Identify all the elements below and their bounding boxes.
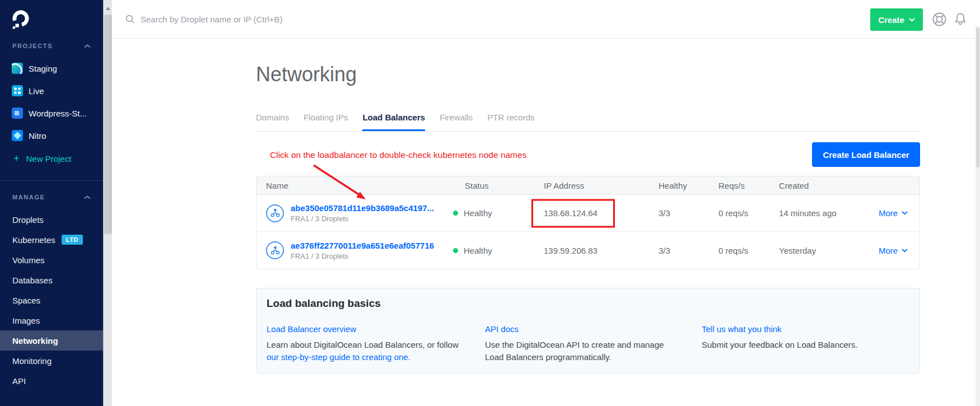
wordpress-project-icon [12, 108, 23, 119]
item-label: Images [12, 316, 40, 325]
reqs-cell: 0 reqs/s [718, 208, 779, 218]
create-load-balancer-button[interactable]: Create Load Balancer [812, 142, 920, 167]
page-title: Networking [256, 62, 920, 87]
load-balancing-basics-panel: Load balancing basics Load Balancer over… [256, 288, 920, 374]
sidebar-item-spaces[interactable]: Spaces [0, 290, 103, 310]
feedback-link[interactable]: Tell us what you think [702, 324, 909, 334]
chevron-down-icon [902, 249, 908, 253]
item-label: Networking [12, 336, 58, 346]
sidebar-project-nitro[interactable]: Nitro [0, 124, 103, 147]
plus-icon: + [13, 153, 20, 164]
more-menu-button[interactable]: More [879, 246, 921, 255]
basics-column-overview: Load Balancer overview Learn about Digit… [267, 324, 485, 363]
reqs-cell: 0 reqs/s [718, 246, 779, 255]
load-balancer-icon [266, 241, 284, 259]
manage-section-header[interactable]: MANAGE [0, 194, 103, 200]
load-balancer-overview-link[interactable]: Load Balancer overview [267, 324, 485, 334]
notifications-button[interactable] [953, 12, 968, 27]
sidebar-item-api[interactable]: API [0, 371, 103, 391]
basics-column-api: API docs Use the DigitalOcean API to cre… [485, 324, 702, 363]
scrollbar-thumb[interactable] [104, 15, 112, 234]
load-balancer-icon [266, 204, 284, 222]
more-label: More [879, 246, 898, 255]
projects-label: PROJECTS [12, 43, 53, 49]
digitalocean-logo-icon[interactable] [11, 9, 31, 30]
healthy-cell: 3/3 [659, 246, 718, 255]
sidebar-item-images[interactable]: Images [0, 310, 103, 330]
column-header-status: Status [465, 181, 544, 190]
tab-floating-ips[interactable]: Floating IPs [304, 113, 348, 131]
column-header-ip: IP Address [544, 181, 659, 190]
projects-section-header[interactable]: PROJECTS [0, 43, 103, 49]
annotation-text: Click on the loadbalancer to double-chec… [270, 150, 526, 160]
item-label: Databases [12, 276, 53, 285]
tab-load-balancers[interactable]: Load Balancers [362, 113, 425, 131]
column-header-created: Created [779, 181, 874, 190]
load-balancer-name-link[interactable]: abe350e05781d11e9b3689a5c4197... [291, 203, 434, 213]
main-area: Create [112, 0, 980, 406]
sidebar-item-kubernetes[interactable]: Kubernetes LTD [0, 230, 103, 250]
table-row[interactable]: ae376ff22770011e9a651e6eaf057716 FRA1 / … [256, 232, 920, 269]
sidebar-item-networking[interactable]: Networking [0, 330, 103, 351]
search-icon [125, 15, 135, 24]
page-scrollbar[interactable] [976, 26, 980, 406]
basics-columns: Load Balancer overview Learn about Digit… [267, 324, 909, 363]
sidebar-project-staging[interactable]: Staging [0, 57, 103, 80]
healthy-status-dot [453, 211, 458, 216]
sidebar-item-monitoring[interactable]: Monitoring [0, 351, 103, 371]
sidebar-divider [0, 180, 103, 181]
item-label: Spaces [12, 296, 40, 305]
table-row[interactable]: abe350e05781d11e9b3689a5c4197... FRA1 / … [256, 195, 920, 232]
search-bar[interactable] [125, 0, 409, 39]
item-label: Volumes [12, 255, 45, 265]
ip-address: 138.68.124.64 [544, 208, 598, 218]
load-balancer-name-link[interactable]: ae376ff22770011e9a651e6eaf057716 [291, 241, 434, 250]
chevron-down-icon [909, 18, 915, 22]
created-cell: Yesterday [779, 246, 874, 255]
status-text: Healthy [464, 208, 492, 218]
manage-list: Droplets Kubernetes LTD Volumes Database… [0, 209, 103, 391]
item-label: Monitoring [12, 356, 52, 366]
sidebar-item-volumes[interactable]: Volumes [0, 250, 103, 270]
project-name: Staging [29, 64, 57, 73]
sidebar-project-live[interactable]: Live [0, 80, 103, 102]
tab-domains[interactable]: Domains [256, 113, 289, 131]
name-stack: abe350e05781d11e9b3689a5c4197... FRA1 / … [291, 203, 434, 223]
project-name: Live [29, 86, 44, 96]
status-cell: Healthy [465, 208, 544, 218]
life-ring-icon [932, 12, 947, 27]
sidebar-scrollbar[interactable] [103, 0, 112, 406]
table-header-row: Name Status IP Address Healthy Reqs/s Cr… [256, 176, 920, 195]
chevron-down-icon [902, 211, 908, 215]
actions-cell: More [874, 246, 921, 255]
load-balancer-subtitle: FRA1 / 3 Droplets [291, 252, 434, 260]
ip-cell: 138.68.124.64 [544, 208, 659, 218]
new-project-button[interactable]: + New Project [0, 149, 103, 168]
create-button[interactable]: Create [870, 8, 923, 31]
step-by-step-guide-link[interactable]: our step-by-step guide to creating one. [267, 352, 410, 362]
tab-ptr-records[interactable]: PTR records [487, 113, 534, 131]
search-input[interactable] [141, 15, 409, 24]
sidebar-item-droplets[interactable]: Droplets [0, 209, 103, 230]
load-balancer-table: Name Status IP Address Healthy Reqs/s Cr… [256, 176, 920, 269]
project-name: Nitro [29, 131, 46, 141]
column-header-healthy: Healthy [659, 181, 718, 190]
create-button-label: Create [878, 15, 904, 25]
tab-firewalls[interactable]: Firewalls [440, 113, 473, 131]
chevron-up-icon [84, 44, 91, 48]
item-label: API [12, 376, 26, 386]
sidebar: PROJECTS Staging Live Wordpress-St... Ni… [0, 0, 103, 406]
actions-cell: More [874, 208, 921, 218]
sidebar-project-wordpress[interactable]: Wordpress-St... [0, 102, 103, 124]
page-scrollbar-thumb[interactable] [976, 27, 979, 167]
scrollbar-up-arrow[interactable] [106, 7, 110, 10]
more-menu-button[interactable]: More [879, 208, 921, 218]
basics-column-text: Submit your feedback on Load Balancers. [702, 339, 909, 351]
new-project-label: New Project [26, 154, 72, 164]
api-docs-link[interactable]: API docs [485, 324, 702, 334]
column-header-reqs: Reqs/s [718, 181, 779, 190]
sidebar-item-databases[interactable]: Databases [0, 270, 103, 290]
help-button[interactable] [931, 12, 947, 27]
tab-bar: Domains Floating IPs Load Balancers Fire… [256, 113, 920, 132]
toolbar-row: Click on the loadbalancer to double-chec… [256, 132, 920, 176]
